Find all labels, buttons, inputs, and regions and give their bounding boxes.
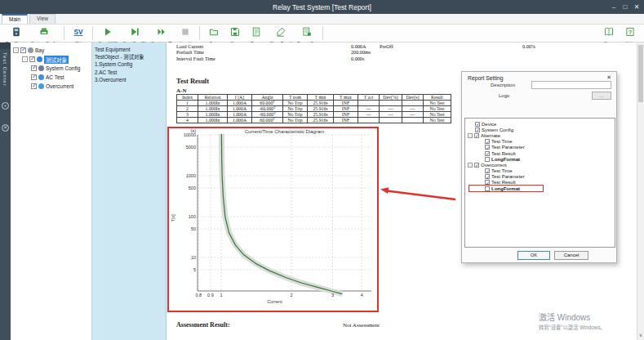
toolbar-group: SVSV <box>68 25 89 42</box>
report-setting-dialog: Report Setting ✕ Description Logo ... De… <box>461 71 617 263</box>
svg-text:3: 3 <box>331 293 334 298</box>
svg-text:(s): (s) <box>191 128 197 133</box>
nav-item-1-system-config[interactable]: 1.System Config <box>95 60 166 68</box>
tree-item-overcurrent[interactable]: Overcurrent <box>11 82 91 91</box>
checkbox[interactable] <box>29 56 35 62</box>
open-icon <box>209 25 219 40</box>
logo-browse-button[interactable]: ... <box>592 92 611 100</box>
tree-item-label: Bay <box>35 47 44 53</box>
table-cell: 60.000° <box>252 101 283 106</box>
checkbox[interactable] <box>485 174 490 179</box>
tree-item-[interactable]: -测试对象 <box>11 55 91 64</box>
maximize-icon[interactable]: □ <box>620 3 631 11</box>
report-section-item-longformat[interactable]: LongFormat <box>465 186 615 191</box>
checkbox[interactable] <box>485 157 490 162</box>
section-item-label: LongFormat <box>491 157 520 162</box>
checkbox[interactable] <box>485 151 490 156</box>
scroll-down-icon[interactable]: ∨ <box>637 331 644 340</box>
table-cell: --- <box>402 112 424 118</box>
table-row: 11.000In1.000A60.000°No Trip25.916sINFNo… <box>177 101 451 106</box>
param-label: Interval Fault Time <box>176 56 215 61</box>
side-strip-tab[interactable] <box>0 42 11 49</box>
minimize-icon[interactable]: – <box>608 3 620 11</box>
checkbox[interactable] <box>485 186 490 191</box>
tree-item-bay[interactable]: -Bay <box>11 46 91 55</box>
expander-icon[interactable]: - <box>468 163 473 168</box>
tab-main[interactable]: Main <box>2 14 28 24</box>
report-section-item-overcurrent[interactable]: -Overcurrent <box>465 162 615 168</box>
-node-icon <box>37 56 42 62</box>
tab-view[interactable]: View <box>29 14 56 24</box>
report-section-item-test-parameter[interactable]: Test Parameter <box>465 174 615 180</box>
vertical-scrollbar[interactable]: ∨ <box>637 42 644 340</box>
checkbox[interactable] <box>474 163 479 168</box>
report-section-item-alternate[interactable]: -Alternate <box>465 132 615 138</box>
table-cell: 1.000In <box>198 118 228 123</box>
tree-item-label: 测试对象 <box>44 56 69 64</box>
table-header-result: Result <box>424 95 451 101</box>
table-cell <box>402 101 424 106</box>
window-title: Relay Test System [Test Report] <box>273 3 371 11</box>
checkbox[interactable] <box>475 122 480 127</box>
section-item-label: System Config <box>482 128 513 132</box>
toolbar-separator <box>92 26 93 40</box>
section-item-label: Test Parameter <box>491 174 525 179</box>
section-item-label: Test Time <box>491 139 513 144</box>
ok-button[interactable]: OK <box>517 251 550 260</box>
report-section-item-test-time[interactable]: Test Time <box>465 168 615 174</box>
tree-item-system-config[interactable]: System Config <box>11 64 91 73</box>
checkbox[interactable] <box>485 145 490 150</box>
report-section-item-test-parameter[interactable]: Test Parameter <box>465 145 615 150</box>
dialog-close-icon[interactable]: ✕ <box>606 74 611 81</box>
close-icon[interactable]: ✕ <box>631 3 642 11</box>
tree-item-label: System Config <box>46 65 80 71</box>
description-input[interactable] <box>531 81 611 89</box>
report-section-item-test-time[interactable]: Test Time <box>465 139 615 145</box>
section-item-label: Test Result <box>491 180 516 185</box>
section-item-label: Device <box>482 122 496 127</box>
stop-icon <box>180 25 190 40</box>
checkbox[interactable] <box>485 139 490 144</box>
checkbox[interactable] <box>485 168 490 173</box>
add-icon[interactable]: + <box>2 102 9 110</box>
nav-item-test-equipment[interactable]: Test Equipment <box>95 46 166 53</box>
checkbox[interactable] <box>31 65 37 71</box>
expander-icon[interactable]: - <box>22 56 28 62</box>
table-header-dev-s: Dev(s) <box>402 95 424 101</box>
param-value: 0.00% <box>522 43 535 49</box>
expander-icon[interactable]: - <box>13 47 19 53</box>
report-section-item-device[interactable]: Device <box>465 121 615 127</box>
nav-item-3-overcurrent[interactable]: 3.Overcurrent <box>95 76 166 83</box>
scrollbar-thumb[interactable] <box>638 45 643 102</box>
checkbox[interactable] <box>485 180 490 185</box>
table-header-t-max: T max <box>334 95 358 101</box>
report-section-item-system-config[interactable]: System Config <box>465 127 615 132</box>
table-cell: --- <box>358 106 380 112</box>
table-cell: No Trip <box>283 106 308 112</box>
param-label: PreOff <box>380 43 393 49</box>
table-header-index: Index <box>177 95 198 101</box>
report-section-item-longformat[interactable]: LongFormat <box>465 156 615 162</box>
table-cell <box>358 101 380 106</box>
tree-item-label: AC Test <box>46 74 64 80</box>
table-cell: INF <box>334 106 358 112</box>
checkbox[interactable] <box>474 133 479 138</box>
svg-text:2: 2 <box>291 293 293 298</box>
nav-item-2-ac-test[interactable]: 2.AC Test <box>95 69 166 76</box>
remove-icon[interactable]: ✕ <box>2 124 9 132</box>
nav-item-testobject[interactable]: TestObject - 测试对象 <box>95 53 166 60</box>
checkbox[interactable] <box>31 74 37 80</box>
section-item-label: LongFormat <box>491 186 520 191</box>
tree-item-ac-test[interactable]: AC Test <box>11 73 91 82</box>
cancel-button[interactable]: Cancel <box>554 251 588 260</box>
checkbox[interactable] <box>31 83 37 89</box>
checkbox[interactable] <box>475 128 480 132</box>
ac-test-node-icon <box>38 74 44 80</box>
table-cell: 1.000A <box>228 106 252 112</box>
report-section-item-test-result[interactable]: Test Result <box>465 150 615 156</box>
checkbox[interactable] <box>20 47 26 53</box>
test-object-icon <box>11 25 21 40</box>
table-cell: 1.000In <box>198 101 228 106</box>
expander-icon[interactable]: - <box>468 133 473 138</box>
report-section-item-test-result[interactable]: Test Result <box>465 180 615 186</box>
